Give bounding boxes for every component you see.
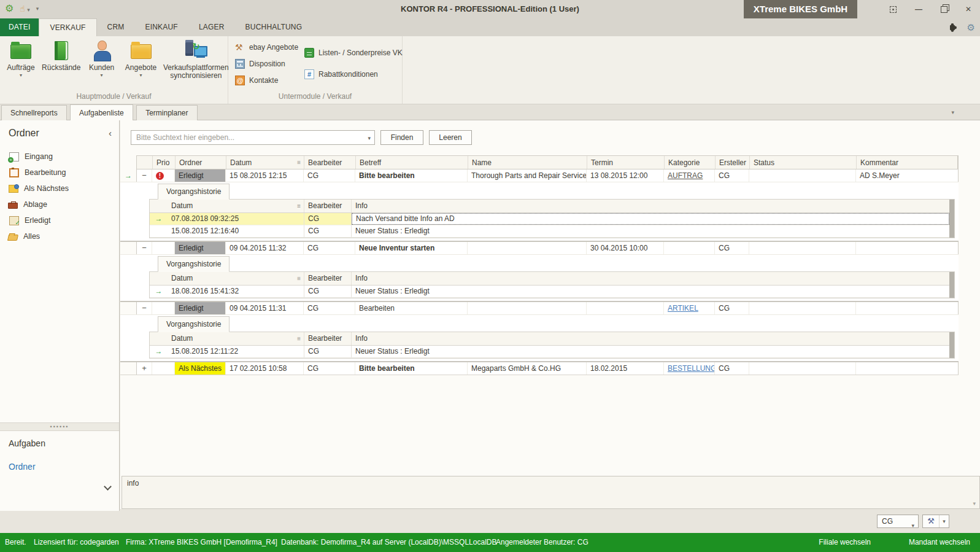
- kunden-button[interactable]: Kunden ▾: [86, 39, 118, 80]
- find-button[interactable]: Finden: [380, 130, 423, 145]
- history-column-bearbeiter[interactable]: Bearbeiter: [304, 332, 352, 345]
- tab-schnellreports[interactable]: Schnellreports: [1, 105, 67, 120]
- history-row[interactable]: → 15.08.2015 12:11:22 CG Neuer Status : …: [150, 346, 949, 358]
- column-header-status[interactable]: Status: [750, 156, 857, 169]
- name-cell: Thorough Parts and Repair Services: [468, 169, 587, 182]
- status-ready: Bereit.: [5, 533, 26, 552]
- ordner-cell: Erledigt: [175, 302, 226, 314]
- row-expander[interactable]: +: [136, 362, 152, 375]
- sidebar-section-ordner[interactable]: Ordner: [9, 462, 36, 472]
- chevron-down-icon[interactable]: [104, 483, 112, 491]
- history-column-datum[interactable]: Datum≡: [168, 272, 304, 285]
- history-scrollbar[interactable]: [949, 332, 954, 358]
- fullscreen-toggle-icon[interactable]: [890, 6, 897, 13]
- sidebar-item-alles[interactable]: Alles: [0, 228, 119, 244]
- kontakte-button[interactable]: @ Kontakte: [235, 75, 298, 86]
- search-combobox[interactable]: ▾: [131, 130, 375, 145]
- minimize-button[interactable]: —: [915, 6, 922, 13]
- sidebar-item-bearbeitung[interactable]: Bearbeitung: [0, 165, 119, 181]
- sidebar-splitter[interactable]: ••••••: [0, 422, 119, 431]
- history-row[interactable]: → 07.08.2018 09:32:25 CG Nach Versand bi…: [150, 213, 949, 225]
- settings-gear-icon[interactable]: ⚙: [967, 22, 975, 33]
- history-column-bearbeiter[interactable]: Bearbeiter: [304, 272, 352, 285]
- row-expander[interactable]: −: [136, 169, 152, 182]
- row-expander[interactable]: −: [136, 242, 152, 254]
- ebay-angebote-button[interactable]: ⚒ ebay Angebote: [235, 42, 298, 53]
- kategorie-link[interactable]: AUFTRAG: [668, 171, 703, 180]
- ersteller-cell: CG: [715, 362, 749, 375]
- column-header-prio[interactable]: Prio: [153, 156, 176, 169]
- user-combobox[interactable]: CG ▾: [877, 515, 919, 528]
- close-button[interactable]: ✕: [965, 6, 971, 13]
- table-row[interactable]: − Erledigt 09 04.2015 11:32 CG Neue Inve…: [120, 242, 959, 255]
- scroll-caret-icon[interactable]: ▾: [973, 500, 976, 507]
- history-column-info[interactable]: Info: [352, 200, 949, 212]
- column-header-ersteller[interactable]: Ersteller: [716, 156, 750, 169]
- tab-aufgabenliste[interactable]: Aufgabenliste: [70, 104, 133, 120]
- column-header-datum[interactable]: Datum≡: [226, 156, 304, 169]
- search-input[interactable]: [131, 130, 375, 145]
- name-cell: Megaparts GmbH & Co.HG: [468, 362, 587, 375]
- column-header-betreff[interactable]: Betreff: [356, 156, 468, 169]
- column-header-bearbeiter[interactable]: Bearbeiter: [304, 156, 356, 169]
- kategorie-link[interactable]: ARTIKEL: [668, 304, 698, 313]
- disposition-button[interactable]: Disposition: [235, 58, 298, 69]
- status-bar: Bereit. Lizensiert für: codegarden Firma…: [0, 533, 980, 552]
- rabattkonditionen-button[interactable]: # Rabattkonditionen: [304, 69, 403, 80]
- tab-terminplaner[interactable]: Terminplaner: [136, 105, 197, 120]
- rueckstaende-button[interactable]: Rückstände: [44, 39, 79, 80]
- sidebar-item-erledigt[interactable]: Erledigt: [0, 212, 119, 228]
- history-scrollbar[interactable]: [949, 272, 954, 298]
- history-column-datum[interactable]: Datum≡: [168, 200, 304, 212]
- sidebar-section-aufgaben[interactable]: Aufgaben: [9, 438, 45, 448]
- history-info-cell[interactable]: Nach Versand bitte Info an AD: [352, 213, 949, 225]
- clear-button[interactable]: Leeren: [429, 130, 472, 145]
- angebote-button[interactable]: Angebote ▾: [125, 39, 157, 80]
- history-column-info[interactable]: Info: [352, 332, 949, 345]
- workspace: Ordner ‹ Eingang Bearbeitung Als Nächste…: [0, 120, 980, 533]
- column-header-termin[interactable]: Termin: [587, 156, 665, 169]
- auftraege-button[interactable]: Aufträge ▾: [5, 39, 37, 80]
- vorgangshistorie-tab[interactable]: Vorgangshistorie: [158, 316, 230, 332]
- history-column-info[interactable]: Info: [352, 272, 949, 285]
- tools-split-button[interactable]: ⚒ ▾: [922, 515, 949, 528]
- menu-tab-lager[interactable]: LAGER: [188, 18, 235, 36]
- table-row[interactable]: + Als Nächstes 17 02.2015 10:58 CG Bitte…: [120, 362, 959, 375]
- sidebar-item-eingang[interactable]: Eingang: [0, 149, 119, 165]
- sidebar-item-ablage[interactable]: Ablage: [0, 196, 119, 212]
- column-header-kommentar[interactable]: Kommentar: [857, 156, 958, 169]
- row-expander[interactable]: −: [136, 302, 152, 314]
- table-row[interactable]: → − ! Erledigt 15 08.2015 12:15 CG Bitte…: [120, 169, 959, 182]
- restore-button[interactable]: [941, 6, 947, 12]
- window-controls: — ✕: [890, 0, 971, 18]
- chevron-down-icon[interactable]: ▾: [368, 135, 371, 141]
- menu-tab-buchhaltung[interactable]: BUCHHALTUNG: [235, 18, 313, 36]
- menu-tab-verkauf[interactable]: VERKAUF: [39, 18, 96, 36]
- switch-client-button[interactable]: Mandant wechseln: [909, 533, 970, 552]
- history-scrollbar[interactable]: [949, 200, 954, 238]
- history-subblock: Vorgangshistorie Datum≡ Bearbeiter Info: [149, 255, 955, 301]
- menu-tab-einkauf[interactable]: EINKAUF: [134, 18, 188, 36]
- history-row[interactable]: 15.08.2015 12:16:40 CG Neuer Status : Er…: [150, 225, 949, 238]
- vorgangshistorie-tab[interactable]: Vorgangshistorie: [158, 256, 230, 272]
- column-header-ordner[interactable]: Ordner: [176, 156, 226, 169]
- menu-tab-crm[interactable]: CRM: [97, 18, 135, 36]
- plugin-puzzle-icon[interactable]: [947, 23, 957, 33]
- table-row[interactable]: − Erledigt 09 04.2015 11:31 CG Bearbeite…: [120, 302, 959, 315]
- chevron-down-icon[interactable]: ▾: [939, 515, 949, 527]
- sidebar-item-als-naechstes[interactable]: Als Nächstes: [0, 181, 119, 196]
- tab-list-caret[interactable]: ▾: [951, 109, 954, 115]
- switch-branch-button[interactable]: Filiale wechseln: [819, 533, 871, 552]
- history-column-bearbeiter[interactable]: Bearbeiter: [304, 200, 352, 212]
- column-header-kategorie[interactable]: Kategorie: [665, 156, 716, 169]
- history-column-datum[interactable]: Datum≡: [168, 332, 304, 345]
- kategorie-link[interactable]: BESTELLUNG: [668, 364, 715, 373]
- history-row[interactable]: → 18.08.2016 15:41:32 CG Neuer Status : …: [150, 286, 949, 298]
- column-header-name[interactable]: Name: [468, 156, 587, 169]
- listen-sonderpreise-button[interactable]: Listen- / Sonderpreise VK: [304, 47, 403, 58]
- status-cell: [749, 362, 856, 375]
- sidebar-collapse-icon[interactable]: ‹: [109, 128, 112, 138]
- vorgangshistorie-tab[interactable]: Vorgangshistorie: [158, 184, 230, 200]
- menu-tab-datei[interactable]: DATEI: [0, 18, 39, 36]
- verkaufsplattformen-sync-button[interactable]: ↻ Verkaufsplattformen synchronisieren: [164, 39, 228, 80]
